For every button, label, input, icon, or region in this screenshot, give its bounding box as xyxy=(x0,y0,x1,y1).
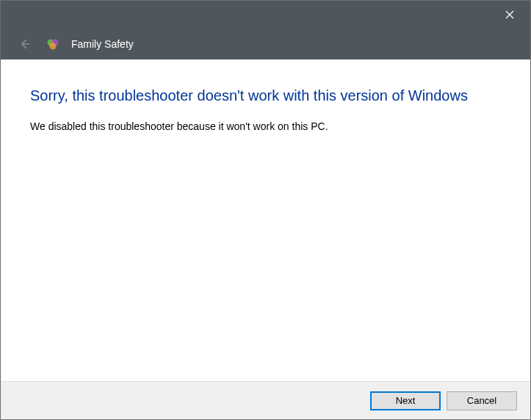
titlebar xyxy=(1,1,530,29)
cancel-button[interactable]: Cancel xyxy=(447,391,517,410)
back-arrow-icon xyxy=(18,37,32,51)
svg-point-5 xyxy=(50,43,57,50)
next-button[interactable]: Next xyxy=(370,391,441,410)
body-text: We disabled this troubleshooter because … xyxy=(30,120,501,132)
back-button[interactable] xyxy=(15,35,35,54)
app-title: Family Safety xyxy=(71,38,134,50)
main-heading: Sorry, this troubleshooter doesn't work … xyxy=(30,87,501,104)
footer-bar: Next Cancel xyxy=(1,381,530,419)
header-bar: Family Safety xyxy=(1,29,530,59)
close-icon xyxy=(505,10,514,19)
family-safety-icon xyxy=(46,37,59,51)
troubleshooter-window: Family Safety Sorry, this troubleshooter… xyxy=(0,0,531,420)
close-button[interactable] xyxy=(499,4,520,25)
content-area: Sorry, this troubleshooter doesn't work … xyxy=(1,59,530,381)
